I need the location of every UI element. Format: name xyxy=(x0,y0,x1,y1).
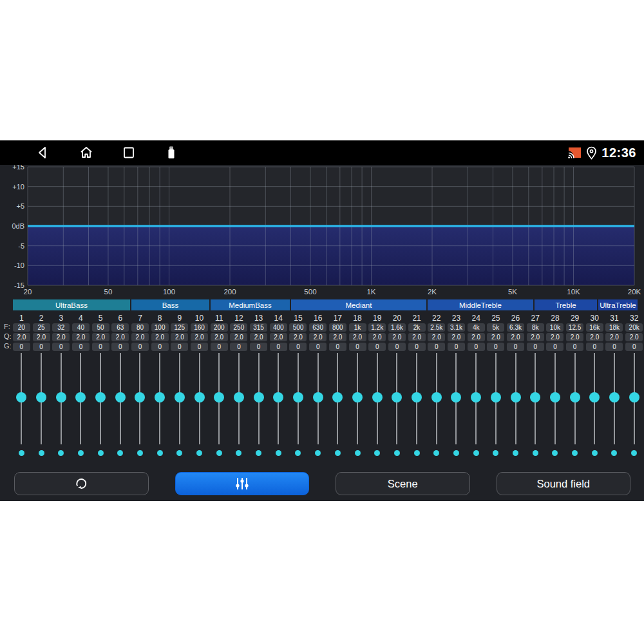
slider-thumb[interactable] xyxy=(511,392,521,402)
gain-slider[interactable] xyxy=(486,353,506,444)
equalizer-button[interactable] xyxy=(175,472,310,495)
gain-slider[interactable] xyxy=(71,353,91,444)
band-dot[interactable] xyxy=(533,450,538,456)
slider-thumb[interactable] xyxy=(56,392,66,402)
slider-thumb[interactable] xyxy=(273,392,283,402)
gain-slider[interactable] xyxy=(545,353,565,444)
band-dot[interactable] xyxy=(295,450,301,456)
gain-slider[interactable] xyxy=(12,353,32,444)
gain-slider[interactable] xyxy=(387,353,407,444)
slider-thumb[interactable] xyxy=(75,392,86,402)
gain-slider[interactable] xyxy=(150,353,170,444)
slider-thumb[interactable] xyxy=(471,392,481,402)
recents-icon[interactable] xyxy=(121,145,137,160)
band-dot[interactable] xyxy=(157,450,163,456)
slider-thumb[interactable] xyxy=(234,392,244,402)
gain-slider[interactable] xyxy=(91,353,111,444)
band-dot[interactable] xyxy=(176,450,182,456)
band-dot[interactable] xyxy=(552,450,558,456)
gain-slider[interactable] xyxy=(466,353,486,444)
band-dot[interactable] xyxy=(513,450,518,456)
slider-thumb[interactable] xyxy=(451,392,461,402)
reset-button[interactable] xyxy=(14,472,149,495)
band-dot[interactable] xyxy=(137,450,143,456)
slider-thumb[interactable] xyxy=(392,392,402,402)
band-dot[interactable] xyxy=(631,450,637,456)
band-dot[interactable] xyxy=(58,450,64,456)
slider-thumb[interactable] xyxy=(254,392,264,402)
gain-slider[interactable] xyxy=(51,353,71,444)
slider-thumb[interactable] xyxy=(95,392,106,402)
gain-slider[interactable] xyxy=(526,353,545,444)
gain-slider[interactable] xyxy=(130,353,150,444)
gain-slider[interactable] xyxy=(407,353,427,444)
gain-slider[interactable] xyxy=(624,353,644,444)
slider-thumb[interactable] xyxy=(313,392,323,402)
gain-slider[interactable] xyxy=(506,353,526,444)
band-dot[interactable] xyxy=(493,450,498,456)
slider-thumb[interactable] xyxy=(352,392,363,402)
gain-slider[interactable] xyxy=(328,353,348,444)
gain-slider[interactable] xyxy=(367,353,387,444)
gain-slider[interactable] xyxy=(348,353,368,444)
gain-slider[interactable] xyxy=(446,353,466,444)
gain-slider[interactable] xyxy=(189,353,209,444)
slider-thumb[interactable] xyxy=(431,392,442,402)
slider-thumb[interactable] xyxy=(550,392,560,402)
slider-thumb[interactable] xyxy=(570,392,580,402)
band-dot[interactable] xyxy=(236,450,242,456)
slider-thumb[interactable] xyxy=(115,392,126,402)
slider-thumb[interactable] xyxy=(194,392,205,402)
home-icon[interactable] xyxy=(79,145,94,160)
band-dot[interactable] xyxy=(98,450,104,456)
slider-thumb[interactable] xyxy=(175,392,185,402)
band-dot[interactable] xyxy=(394,450,400,456)
slider-thumb[interactable] xyxy=(135,392,145,402)
band-dot[interactable] xyxy=(335,450,341,456)
band-dot[interactable] xyxy=(78,450,84,456)
slider-thumb[interactable] xyxy=(293,392,303,402)
slider-thumb[interactable] xyxy=(332,392,343,402)
band-dot[interactable] xyxy=(611,450,617,456)
gain-slider[interactable] xyxy=(308,353,328,444)
band-dot[interactable] xyxy=(355,450,361,456)
band-dot[interactable] xyxy=(592,450,598,456)
gain-slider[interactable] xyxy=(426,353,446,444)
slider-thumb[interactable] xyxy=(372,392,383,402)
gain-slider[interactable] xyxy=(585,353,605,444)
slider-thumb[interactable] xyxy=(629,392,639,402)
band-dot[interactable] xyxy=(433,450,439,456)
back-icon[interactable] xyxy=(35,145,50,160)
band-dot[interactable] xyxy=(39,450,44,456)
gain-slider[interactable] xyxy=(565,353,585,444)
gain-slider[interactable] xyxy=(249,353,269,444)
gain-slider[interactable] xyxy=(170,353,190,444)
gain-slider[interactable] xyxy=(209,353,229,444)
band-dot[interactable] xyxy=(315,450,321,456)
gain-slider[interactable] xyxy=(605,353,625,444)
band-dot[interactable] xyxy=(276,450,281,456)
slider-thumb[interactable] xyxy=(589,392,600,402)
gain-slider[interactable] xyxy=(229,353,249,444)
band-dot[interactable] xyxy=(453,450,459,456)
gain-slider[interactable] xyxy=(269,353,289,444)
band-dot[interactable] xyxy=(256,450,261,456)
gain-slider[interactable] xyxy=(110,353,130,444)
sound-field-button[interactable]: Sound field xyxy=(497,472,631,495)
band-dot[interactable] xyxy=(117,450,123,456)
slider-thumb[interactable] xyxy=(36,392,46,402)
band-dot[interactable] xyxy=(572,450,578,456)
slider-thumb[interactable] xyxy=(155,392,165,402)
slider-thumb[interactable] xyxy=(491,392,501,402)
slider-thumb[interactable] xyxy=(530,392,540,402)
slider-thumb[interactable] xyxy=(609,392,620,402)
gain-slider[interactable] xyxy=(32,353,52,444)
band-dot[interactable] xyxy=(414,450,420,456)
band-dot[interactable] xyxy=(196,450,202,456)
band-dot[interactable] xyxy=(19,450,24,456)
band-dot[interactable] xyxy=(473,450,479,456)
scene-button[interactable]: Scene xyxy=(336,472,470,495)
slider-thumb[interactable] xyxy=(214,392,224,402)
gain-slider[interactable] xyxy=(289,353,308,444)
slider-thumb[interactable] xyxy=(412,392,422,402)
